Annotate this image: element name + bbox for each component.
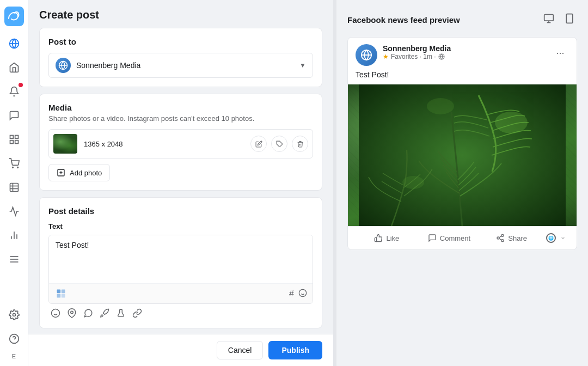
text-area-container: Test Post! — [48, 235, 313, 304]
post-text-input[interactable]: Test Post! — [49, 235, 313, 281]
sidebar-item-ads[interactable] — [3, 200, 25, 222]
sidebar-item-content[interactable] — [3, 176, 25, 198]
fb-more-options-button[interactable]: ··· — [552, 44, 569, 62]
sidebar-item-help[interactable] — [3, 328, 25, 350]
preview-title: Facebook news feed preview — [347, 15, 460, 25]
audience-globe-icon: 🌐 — [546, 233, 556, 243]
svg-rect-30 — [57, 294, 61, 298]
fb-share-label: Share — [508, 234, 527, 242]
svg-rect-4 — [15, 136, 18, 139]
media-dimensions: 1365 x 2048 — [84, 140, 250, 148]
sidebar-bottom: E — [3, 304, 25, 359]
fb-post-meta: Sonnenberg Media ★ Favorites · 1m · — [383, 44, 451, 60]
emoji-toolbar — [48, 304, 313, 319]
fb-audience-button[interactable]: 🌐 — [543, 229, 569, 247]
fb-post-avatar — [356, 44, 377, 66]
fb-post-avatar-wrap: Sonnenberg Media ★ Favorites · 1m · — [356, 44, 451, 66]
svg-line-56 — [499, 236, 502, 237]
dropdown-arrow-icon: ▼ — [299, 62, 306, 69]
fb-like-label: Like — [386, 234, 399, 242]
svg-point-19 — [13, 314, 15, 316]
fb-like-button[interactable]: Like — [356, 229, 418, 247]
svg-rect-5 — [10, 141, 13, 144]
sidebar-item-settings[interactable] — [3, 304, 25, 326]
post-details-card: Post details Text Test Post! — [39, 197, 322, 328]
fb-share-button[interactable]: Share — [480, 229, 543, 247]
fb-post-card: Sonnenberg Media ★ Favorites · 1m · ··· — [347, 37, 577, 250]
add-photo-button[interactable]: Add photo — [48, 164, 110, 181]
link-icon[interactable] — [132, 308, 142, 318]
svg-rect-6 — [15, 141, 18, 144]
svg-point-50 — [427, 98, 454, 114]
svg-point-53 — [497, 237, 499, 239]
app-logo[interactable] — [4, 7, 24, 26]
fb-post-meta-text: Favorites · 1m · — [391, 53, 436, 60]
delete-media-button[interactable] — [292, 136, 308, 152]
media-actions — [250, 136, 308, 152]
post-to-label: Post to — [48, 37, 313, 46]
page-title: Create post — [39, 9, 322, 21]
fb-comment-button[interactable]: Comment — [418, 229, 481, 247]
ai-assist-icon[interactable] — [54, 287, 68, 300]
media-card: Media Share photos or a video. Instagram… — [39, 94, 322, 191]
fb-post-subline: ★ Favorites · 1m · — [383, 53, 451, 60]
fb-comment-label: Comment — [440, 234, 470, 242]
add-photo-label: Add photo — [70, 169, 102, 177]
create-post-body: Post to Sonnenberg Media ▼ Media Share p… — [28, 28, 333, 334]
flask-icon[interactable] — [116, 308, 126, 318]
svg-point-7 — [12, 167, 13, 168]
favorites-star-icon: ★ — [383, 53, 389, 60]
hashtag-icon[interactable]: # — [289, 289, 294, 299]
publish-button[interactable]: Publish — [268, 341, 322, 359]
sidebar-item-globe[interactable] — [3, 33, 25, 54]
sidebar-item-more[interactable] — [3, 248, 25, 270]
create-post-header: Create post — [28, 0, 333, 28]
tag-media-button[interactable] — [271, 136, 287, 152]
fb-post-account-name: Sonnenberg Media — [383, 44, 451, 53]
post-to-card: Post to Sonnenberg Media ▼ — [39, 28, 322, 87]
svg-rect-3 — [10, 136, 13, 139]
fb-post-header: Sonnenberg Media ★ Favorites · 1m · ··· — [348, 38, 577, 70]
messenger-icon[interactable] — [83, 308, 93, 318]
svg-rect-9 — [10, 184, 18, 192]
text-area-toolbar-right: # — [289, 289, 307, 299]
svg-point-52 — [501, 234, 504, 236]
sidebar-item-notifications[interactable] — [3, 81, 25, 102]
main-content: Create post Post to Sonnenberg Media ▼ — [28, 0, 588, 366]
location-icon[interactable] — [67, 308, 77, 318]
edit-media-button[interactable] — [250, 136, 267, 152]
sidebar-item-home[interactable] — [3, 57, 25, 78]
svg-point-35 — [52, 309, 60, 318]
svg-rect-48 — [359, 84, 566, 226]
sidebar-item-analytics[interactable] — [3, 224, 25, 246]
preview-header: Facebook news feed preview — [347, 11, 577, 28]
sidebar-item-shop[interactable] — [3, 152, 25, 174]
post-details-label: Post details — [48, 206, 313, 216]
emoji-picker-icon[interactable] — [298, 289, 307, 299]
svg-point-8 — [17, 167, 18, 168]
rocket-icon[interactable] — [100, 308, 109, 318]
mobile-view-icon[interactable] — [562, 11, 577, 28]
post-to-dropdown[interactable]: Sonnenberg Media ▼ — [48, 53, 313, 78]
sidebar-item-pages[interactable] — [3, 129, 25, 150]
fb-post-text: Test Post! — [348, 70, 577, 84]
media-label: Media — [48, 103, 313, 112]
svg-line-55 — [499, 239, 502, 240]
svg-rect-28 — [57, 290, 61, 294]
svg-point-49 — [495, 112, 528, 133]
cancel-button[interactable]: Cancel — [217, 341, 264, 359]
preview-panel: Facebook news feed preview — [336, 0, 588, 366]
desktop-view-icon[interactable] — [541, 11, 556, 28]
create-post-panel: Create post Post to Sonnenberg Media ▼ — [28, 0, 333, 366]
emoji-smiley-icon[interactable] — [51, 308, 60, 318]
media-item: 1365 x 2048 — [48, 129, 313, 158]
svg-rect-39 — [544, 15, 554, 21]
ai-toolbar-left — [54, 287, 68, 300]
text-label: Text — [48, 222, 313, 230]
post-to-avatar — [56, 58, 71, 73]
sidebar-item-messages[interactable] — [3, 105, 25, 126]
fb-post-actions: Like Comment Share � — [348, 226, 577, 249]
sidebar-user-initial: E — [12, 353, 16, 359]
svg-point-32 — [299, 289, 306, 296]
svg-rect-42 — [566, 14, 573, 23]
